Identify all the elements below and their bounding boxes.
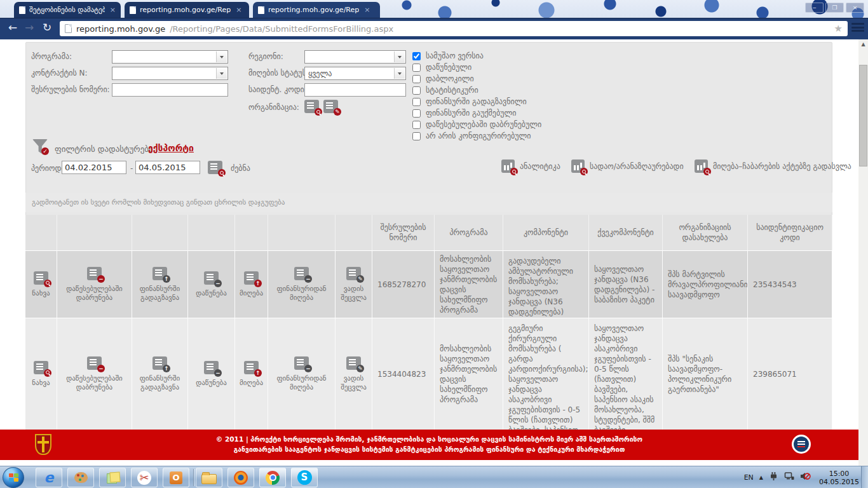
receive-from-financial-button[interactable]: − ფინანსურიდან მიღება [268,250,336,318]
organization-edit-button[interactable]: ✎ [323,100,338,113]
receive-from-financial-button[interactable]: − ფინანსურიდან მიღება [268,318,336,430]
checkbox[interactable] [412,109,421,118]
search-icon [218,169,226,177]
search-button[interactable] [208,161,222,174]
ident-code-input[interactable] [304,83,406,97]
network-icon[interactable] [784,471,794,484]
filter-checkbox-statistical[interactable]: სტატისტიკური [412,86,478,95]
window-close-button[interactable]: × [846,3,864,13]
period-from-input[interactable] [62,161,126,174]
header-execution-number[interactable]: შესრულების ნომერი [372,215,435,250]
header-ident-code[interactable]: საიდენტიფიკაციო კოდი [748,215,832,250]
taskbar-firefox-button[interactable] [227,468,254,487]
show-desktop-button[interactable] [861,466,868,488]
table-header-row: შესრულების ნომერი პროგრამა კომპონენტი ქვ… [25,215,832,250]
page-content: პროგრამა: კონტრაქტის N: შესრულების ნომერ… [0,39,868,466]
analytics-button[interactable]: ანალიტიკა [501,159,560,173]
view-button[interactable]: ნახვა [25,318,57,430]
back-button[interactable]: ← [5,21,20,34]
tray-expand-icon[interactable]: ▲ [759,475,763,480]
period-to-input[interactable] [135,161,200,174]
browser-tab-2[interactable]: reporting.moh.gov.ge/Rep × [125,2,249,18]
contract-select[interactable] [112,67,228,80]
program-select[interactable] [112,50,228,64]
chevron-down-icon[interactable] [394,51,405,62]
return-to-institution-button[interactable]: − დაწესებულებაში დაბრუნება [57,250,132,318]
checkbox[interactable] [412,86,421,95]
close-icon[interactable]: × [364,6,370,14]
taskbar-sticky-notes-button[interactable] [99,468,126,487]
filter-checkbox-sent-to-financial[interactable]: ფინანსურში გადაგზავნილი [412,97,527,106]
status-select[interactable]: ყველა [304,67,406,80]
scroll-up-icon[interactable]: ▲ [858,39,868,49]
chevron-down-icon[interactable] [216,51,227,62]
filter-checkbox-blocked[interactable]: დაბლოკილი [412,74,474,83]
document-icon: ↑ [244,361,259,374]
send-to-financial-button[interactable]: ↑ ფინანსურში გადაგზავნა [132,318,188,430]
browser-tab-1[interactable]: შეტყობინების დამატება × [14,2,121,18]
header-organization[interactable]: ორგანიზაციის დასახელება [663,215,748,250]
reject-button[interactable]: − დაწუნება [188,318,235,430]
taskbar-outlook-button[interactable]: O [163,468,189,487]
taskbar-chrome-button[interactable] [259,468,286,487]
vertical-scrollbar[interactable]: ▲ [858,39,868,466]
checkbox[interactable] [412,64,421,72]
checkbox[interactable] [412,52,421,60]
filter-checkbox-not-configured[interactable]: არ არის კონფიგურირებული [412,132,531,140]
execution-number-input[interactable] [112,83,228,97]
checkbox[interactable] [412,121,421,129]
taskbar-internet-explorer-button[interactable]: e [36,468,62,487]
reject-button[interactable]: − დაწუნება [188,250,235,318]
filter-checkbox-returned-to-institution[interactable]: დაწესებულებაში დაბრუნებული [412,120,541,129]
change-deadline-button[interactable]: ✎ ვადის შეცვლა [336,250,372,318]
return-to-institution-button[interactable]: − დაწესებულებაში დაბრუნება [57,318,132,430]
change-deadline-button[interactable]: ✎ ვადის შეცვლა [336,318,372,430]
language-indicator[interactable]: EN [744,473,754,482]
close-icon[interactable]: × [236,6,241,14]
accept-button[interactable]: ↑ მიღება [235,250,268,318]
header-component[interactable]: კომპონენტი [503,215,589,250]
filter-confirm-button[interactable]: ✓ [32,139,48,154]
checkbox[interactable] [412,98,421,106]
taskbar-paint-button[interactable] [67,468,94,487]
volume-muted-icon[interactable] [800,471,811,484]
document-icon [34,361,48,374]
export-link[interactable]: ექსპორტი [148,143,194,153]
footer-line2: განვითარების სააგენტოს ჯანდაცვის სისტემი… [76,444,782,454]
checkbox[interactable] [412,132,421,140]
refresh-button[interactable]: ↻ [39,21,55,34]
taskbar-skype-button[interactable]: S [291,468,318,487]
disputed-button[interactable]: სადაო/არანაზღაურებადი [571,159,684,173]
header-program[interactable]: პროგრამა [435,215,503,250]
chevron-down-icon[interactable] [394,68,405,79]
browser-menu-icon[interactable] [851,23,864,33]
power-plug-icon[interactable] [769,471,778,484]
chevron-down-icon[interactable] [216,68,227,79]
taskbar-explorer-button[interactable] [196,468,222,487]
filter-checkbox-cancelled-in-financial[interactable]: ფინანსურში გაუქმებული [412,109,516,118]
filter-checkbox-working-version[interactable]: სამუშაო ვერსია [412,51,484,60]
close-icon[interactable]: × [110,6,116,14]
bookmark-star-icon[interactable]: ★ [834,23,843,34]
bar-chart-icon [501,159,515,173]
send-to-financial-button[interactable]: ↑ ფინანსურში გადაგზავნა [132,250,188,318]
region-select[interactable] [304,50,406,64]
taskbar-clock[interactable]: 15:00 04.05.2015 [819,470,859,486]
taskbar-snipping-tool-button[interactable]: ✂ [131,468,158,487]
header-subcomponent[interactable]: ქვეკომპონენტი [589,215,663,250]
view-button[interactable]: ნახვა [25,250,57,318]
filter-checkbox-rejected[interactable]: დაწუნებული [412,63,471,72]
address-bar[interactable]: reporting.moh.gov.ge /Reporting/Pages/Da… [60,21,848,36]
browser-tab-3-active[interactable]: reporting.moh.gov.ge/Rep × [253,2,380,18]
forward-button[interactable]: → [22,21,37,34]
minimize-button[interactable]: ‒ [805,3,824,13]
status-select-value: ყველა [308,69,332,78]
acceptance-acts-button[interactable]: მიღება–ჩაბარების აქტებზე გადასვლა [695,159,851,173]
search-icon [510,168,518,175]
accept-button[interactable]: ↑ მიღება [235,318,268,430]
organization-search-button[interactable] [304,100,319,113]
checkbox[interactable] [412,75,421,83]
start-button[interactable] [3,467,24,488]
maximize-button[interactable]: ❐ [825,3,844,13]
scrollbar-thumb[interactable] [859,65,867,166]
